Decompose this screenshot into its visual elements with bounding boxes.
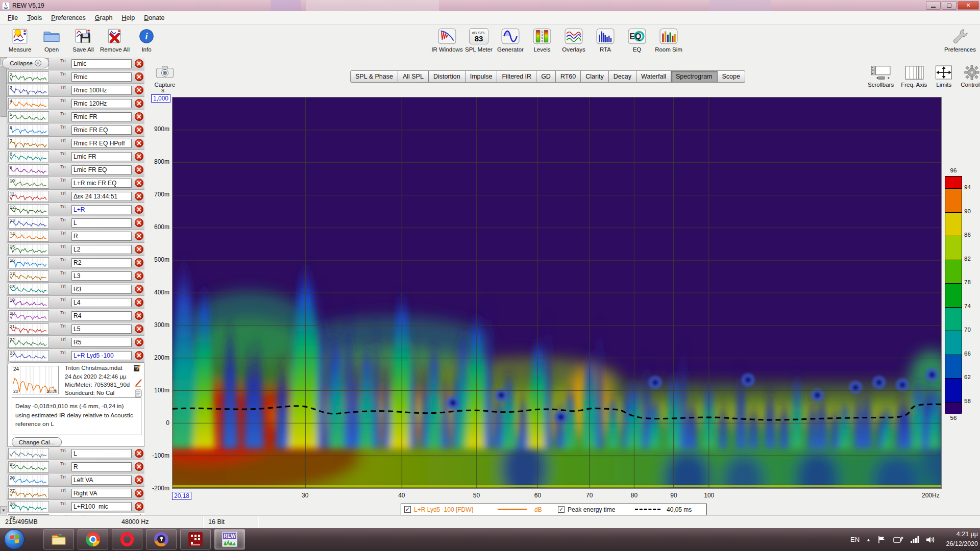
measurement-thumbnail[interactable]: 18 — [8, 284, 49, 295]
measurement-name-input[interactable] — [71, 86, 132, 95]
measurement-row[interactable]: 3Tri — [7, 84, 144, 97]
tab-filtered-ir[interactable]: Filtered IR — [497, 70, 536, 83]
measurement-thumbnail[interactable]: 28 — [8, 501, 49, 512]
scrollbar-thumb[interactable] — [1, 66, 7, 117]
delete-measurement-button[interactable] — [135, 258, 143, 267]
grid-app-taskbar-button[interactable] — [180, 529, 211, 549]
measurement-name-input[interactable] — [71, 285, 132, 294]
volume-icon[interactable] — [926, 536, 936, 544]
flag-icon[interactable] — [877, 536, 887, 544]
minimize-button[interactable] — [926, 1, 941, 10]
measurement-name-input[interactable] — [71, 324, 132, 334]
delete-measurement-button[interactable] — [135, 232, 143, 240]
measurement-thumbnail[interactable]: 6 — [8, 124, 49, 136]
measurement-name-input[interactable] — [71, 258, 132, 267]
info-button[interactable]: iInfo — [131, 26, 162, 56]
measurement-row[interactable]: 22Tri — [7, 336, 144, 349]
measurement-name-input[interactable] — [71, 351, 132, 360]
notes-doc-icon[interactable] — [134, 389, 142, 397]
open-button[interactable]: Open — [36, 26, 67, 56]
peak-energy-checkbox[interactable]: ✓ — [558, 506, 565, 513]
measurement-name-input[interactable] — [71, 59, 132, 68]
delete-measurement-button[interactable] — [135, 449, 143, 458]
delete-measurement-button[interactable] — [135, 165, 143, 174]
measurement-thumbnail[interactable]: 22 — [8, 337, 49, 348]
measurement-thumbnail[interactable]: 13 — [8, 217, 49, 229]
measurement-row[interactable]: 8Tri — [7, 150, 144, 163]
delete-measurement-button[interactable] — [135, 311, 143, 320]
measurement-row[interactable]: 14Tri — [7, 230, 144, 243]
delete-measurement-button[interactable] — [135, 245, 143, 254]
maximize-button[interactable] — [942, 1, 957, 10]
measurement-thumbnail[interactable]: 8 — [8, 151, 49, 162]
measurement-thumbnail[interactable]: 20 — [8, 310, 49, 321]
measurement-row[interactable]: 23Tri — [7, 349, 144, 362]
scroll-down-icon[interactable]: ▼ — [0, 506, 7, 514]
delete-measurement-button[interactable] — [135, 152, 143, 161]
measurement-row[interactable]: 2Tri — [7, 70, 144, 84]
chrome-taskbar-button[interactable] — [78, 529, 108, 549]
measurement-row[interactable]: 19Tri — [7, 296, 144, 309]
measurement-name-input[interactable] — [71, 338, 132, 347]
delete-measurement-button[interactable] — [135, 298, 143, 307]
freq-axis-button[interactable]: Freq. Axis — [901, 64, 927, 88]
tab-spl-phase[interactable]: SPL & Phase — [350, 70, 398, 83]
rta-button[interactable]: RTA — [590, 26, 621, 56]
limits-button[interactable]: Limits — [934, 64, 953, 88]
tray-chevron-icon[interactable]: ▲ — [866, 537, 871, 542]
measurement-thumbnail[interactable]: 21 — [8, 323, 49, 335]
delete-measurement-button[interactable] — [135, 324, 143, 333]
menu-tools[interactable]: Tools — [22, 13, 46, 23]
delete-measurement-button[interactable] — [135, 502, 143, 511]
generator-button[interactable]: Generator — [495, 26, 526, 56]
measure-button[interactable]: Measure — [4, 26, 36, 56]
x-axis-start-value[interactable]: 20,18 — [172, 491, 191, 500]
delete-measurement-button[interactable] — [135, 462, 143, 471]
close-button[interactable]: ✕ — [958, 1, 979, 10]
menu-preferences[interactable]: Preferences — [46, 13, 90, 23]
measurement-row[interactable]: 15Tri — [7, 243, 144, 256]
measurement-row[interactable]: Tri — [7, 447, 144, 460]
tab-spectrogram[interactable]: Spectrogram — [671, 70, 718, 83]
room-sim-button[interactable]: Room Sim — [653, 26, 684, 56]
measurement-thumbnail[interactable]: 27 — [8, 488, 49, 499]
delete-measurement-button[interactable] — [135, 475, 143, 484]
measurement-row[interactable]: 9Tri — [7, 163, 144, 177]
measurement-name-input[interactable] — [71, 192, 132, 201]
tab-all-spl[interactable]: All SPL — [398, 70, 429, 83]
measurement-name-input[interactable] — [71, 245, 132, 254]
measurement-name-input[interactable] — [71, 271, 132, 281]
measurement-row[interactable]: 7Tri — [7, 137, 144, 150]
change-cal-button[interactable]: Change Cal... — [12, 437, 62, 447]
measurement-thumbnail[interactable]: 17 — [8, 270, 49, 282]
menu-file[interactable]: File — [3, 13, 22, 23]
delete-measurement-button[interactable] — [135, 489, 143, 497]
measurement-thumbnail[interactable]: 23 — [8, 350, 49, 361]
tab-distortion[interactable]: Distortion — [429, 70, 465, 83]
delete-measurement-button[interactable] — [135, 72, 143, 81]
controls-button[interactable]: Controls — [961, 64, 980, 88]
menu-graph[interactable]: Graph — [90, 13, 117, 23]
eq-button[interactable]: EQEQ — [621, 26, 653, 56]
network-icon[interactable] — [910, 536, 919, 544]
delete-measurement-button[interactable] — [135, 338, 143, 346]
menu-donate[interactable]: Donate — [139, 13, 169, 23]
measurement-name-input[interactable] — [71, 502, 132, 511]
measurement-thumbnail[interactable]: 26 — [8, 474, 49, 486]
save-all-button[interactable]: Save All — [67, 26, 99, 56]
delete-measurement-button[interactable] — [135, 112, 143, 121]
tab-rt60[interactable]: RT60 — [556, 70, 581, 83]
measurement-name-input[interactable] — [71, 449, 132, 458]
measurement-thumbnail[interactable]: 25 — [8, 461, 49, 472]
measurement-name-input[interactable] — [71, 165, 132, 174]
measurement-name-input[interactable] — [71, 205, 132, 214]
measurement-name-input[interactable] — [71, 462, 132, 471]
delete-measurement-button[interactable] — [135, 59, 143, 68]
overlays-button[interactable]: Overlays — [558, 26, 590, 56]
secure-browser-taskbar-button[interactable] — [146, 529, 177, 549]
battery-icon[interactable] — [893, 536, 903, 544]
edit-notes-icon[interactable] — [133, 364, 141, 372]
measurement-row[interactable]: 26Tri — [7, 473, 144, 487]
tab-impulse[interactable]: Impulse — [465, 70, 498, 83]
capture-button[interactable]: Capture — [150, 64, 180, 88]
